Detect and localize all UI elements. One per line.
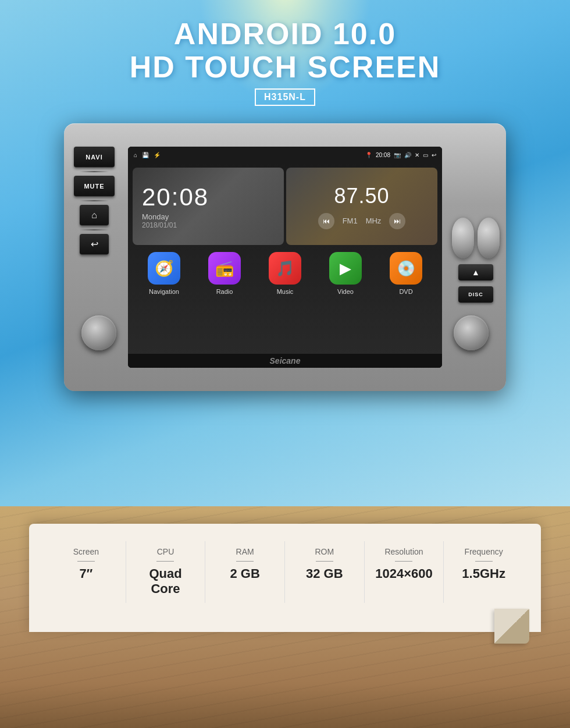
spec-screen-value: 7″	[79, 566, 92, 581]
home-button[interactable]: ⌂	[80, 205, 109, 226]
back-icon: ↩	[91, 239, 98, 250]
spec-cpu: CPU Quad Core	[126, 541, 206, 603]
back-button[interactable]: ↩	[80, 234, 109, 255]
spec-screen-divider	[77, 561, 95, 562]
bottom-section: Screen 7″ CPU Quad Core RAM 2 GB ROM 32 …	[0, 506, 570, 728]
location-icon: 📍	[365, 152, 372, 158]
spec-ram-label: RAM	[236, 547, 254, 556]
window-icon: ▭	[423, 152, 428, 158]
nav-app-label: Navigation	[149, 288, 179, 295]
radio-app-icon[interactable]: 📻 Radio	[208, 252, 241, 295]
spec-screen-label: Screen	[73, 547, 99, 556]
right-knob-2[interactable]	[478, 218, 500, 258]
status-bar: ⌂ 💾 ⚡ 📍 20:08 📷 🔊 ✕ ▭ ↩	[128, 147, 442, 163]
radio-app-glyph: 📻	[215, 260, 234, 278]
separator-2	[80, 200, 109, 201]
right-knob-1[interactable]	[452, 218, 474, 258]
specs-card: Screen 7″ CPU Quad Core RAM 2 GB ROM 32 …	[29, 524, 541, 632]
radio-next-button[interactable]: ⏭	[389, 213, 405, 229]
volume-status-icon: 🔊	[404, 152, 411, 158]
eject-button[interactable]: ▲	[458, 264, 493, 280]
radio-unit: MHz	[366, 216, 382, 225]
disc-button[interactable]: DISC	[458, 286, 493, 303]
spec-rom-label: ROM	[315, 547, 334, 556]
model-badge: H315N-L	[255, 88, 315, 106]
dvd-app-box: 💿	[390, 252, 422, 285]
spec-resolution-value: 1024×600	[375, 566, 433, 581]
spec-ram-divider	[236, 561, 254, 562]
spec-frequency-divider	[475, 561, 493, 562]
spec-rom: ROM 32 GB	[285, 541, 365, 603]
separator-3	[80, 229, 109, 230]
mute-button[interactable]: MUTE	[74, 176, 115, 197]
radio-prev-button[interactable]: ⏮	[318, 213, 334, 229]
status-left: ⌂ 💾 ⚡	[134, 152, 161, 158]
camera-icon: 📷	[394, 152, 401, 158]
spec-frequency-label: Frequency	[465, 547, 503, 556]
usb-icon: ⚡	[154, 152, 161, 158]
radio-app-box: 📻	[208, 252, 241, 285]
spec-rom-divider	[316, 561, 333, 562]
clock-date: 2018/01/01	[142, 221, 275, 229]
device-shell: NAVI MUTE ⌂ ↩	[64, 123, 506, 391]
car-unit: NAVI MUTE ⌂ ↩	[64, 123, 506, 391]
spec-screen: Screen 7″	[47, 541, 126, 603]
left-volume-knob[interactable]	[81, 315, 116, 350]
header-title: ANDROID 10.0 HD TOUCH SCREEN H315N-L	[130, 17, 441, 106]
screen-content: 20:08 Monday 2018/01/01 87.50 ⏮ FM1 MHz	[128, 163, 442, 368]
seicane-brand: Seicane	[270, 356, 301, 365]
spec-frequency: Frequency 1.5GHz	[444, 541, 523, 603]
radio-controls: ⏮ FM1 MHz ⏭	[318, 213, 406, 229]
radio-frequency: 87.50	[334, 184, 389, 208]
widgets-row: 20:08 Monday 2018/01/01 87.50 ⏮ FM1 MHz	[128, 163, 442, 247]
main-screen: ⌂ 💾 ⚡ 📍 20:08 📷 🔊 ✕ ▭ ↩	[128, 147, 442, 368]
main-title-line1: ANDROID 10.0	[130, 17, 441, 51]
video-app-label: Video	[337, 288, 354, 295]
music-app-icon[interactable]: 🎵 Music	[269, 252, 301, 295]
video-app-box: ▶	[329, 252, 362, 285]
spec-cpu-label: CPU	[157, 547, 174, 556]
music-app-glyph: 🎵	[276, 260, 294, 278]
clock-time: 20:08	[142, 183, 275, 211]
music-app-box: 🎵	[269, 252, 301, 285]
radio-band: FM1	[343, 216, 358, 225]
dvd-app-glyph: 💿	[397, 260, 415, 278]
spec-ram-value: 2 GB	[230, 566, 259, 581]
spec-resolution-divider	[395, 561, 412, 562]
home-icon: ⌂	[91, 210, 97, 221]
right-panel: ▲ DISC	[453, 147, 499, 368]
nav-app-box: 🧭	[148, 252, 180, 285]
main-title-line2: HD TOUCH SCREEN	[130, 51, 441, 84]
apps-row: 🧭 Navigation 📻 Radio 🎵	[128, 247, 442, 300]
dvd-app-icon[interactable]: 💿 DVD	[390, 252, 422, 295]
spec-resolution: Resolution 1024×600	[365, 541, 444, 603]
right-volume-knob[interactable]	[454, 315, 489, 350]
video-app-icon[interactable]: ▶ Video	[329, 252, 362, 295]
navi-button[interactable]: NAVI	[74, 147, 115, 168]
music-app-label: Music	[277, 288, 294, 295]
eject-icon: ▲	[472, 268, 480, 277]
status-time: 20:08	[376, 152, 390, 158]
radio-widget: 87.50 ⏮ FM1 MHz ⏭	[286, 168, 437, 245]
nav-app-icon[interactable]: 🧭 Navigation	[148, 252, 180, 295]
radio-app-label: Radio	[216, 288, 233, 295]
video-app-glyph: ▶	[340, 260, 351, 278]
save-icon: 💾	[142, 152, 149, 158]
clock-widget: 20:08 Monday 2018/01/01	[133, 168, 284, 245]
spec-cpu-divider	[156, 561, 174, 562]
nav-app-glyph: 🧭	[155, 260, 173, 278]
separator-1	[80, 171, 109, 172]
clock-day: Monday	[142, 212, 275, 221]
seicane-bar: Seicane	[128, 354, 442, 368]
spec-rom-value: 32 GB	[306, 566, 343, 581]
spec-ram: RAM 2 GB	[205, 541, 285, 603]
right-knobs	[452, 218, 500, 258]
specs-grid: Screen 7″ CPU Quad Core RAM 2 GB ROM 32 …	[47, 541, 523, 603]
close-status-icon: ✕	[415, 152, 419, 158]
back-status-icon: ↩	[432, 152, 436, 158]
left-panel: NAVI MUTE ⌂ ↩	[71, 147, 117, 368]
top-section: ANDROID 10.0 HD TOUCH SCREEN H315N-L NAV…	[0, 0, 570, 506]
spec-resolution-label: Resolution	[384, 547, 423, 556]
status-right: 📍 20:08 📷 🔊 ✕ ▭ ↩	[365, 152, 436, 158]
spec-frequency-value: 1.5GHz	[462, 566, 505, 581]
